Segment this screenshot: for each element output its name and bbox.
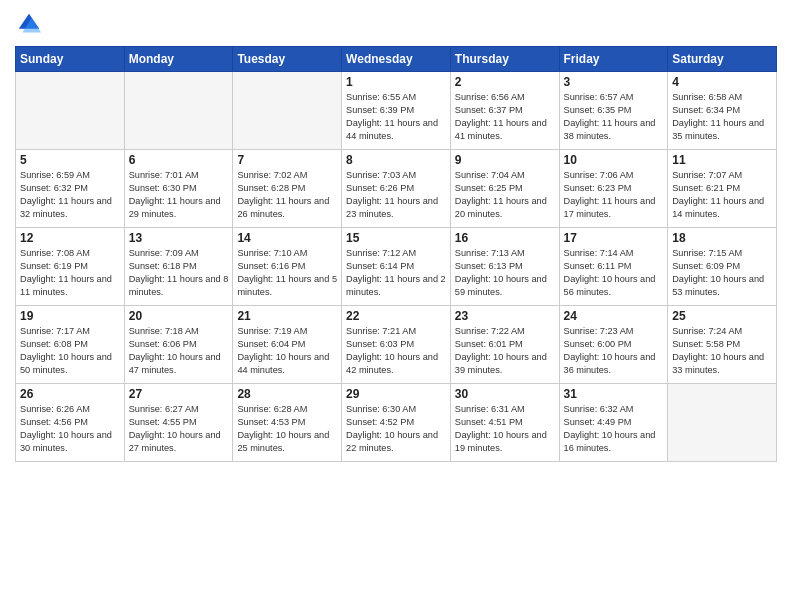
- day-number: 22: [346, 309, 446, 323]
- day-info: Sunrise: 6:56 AMSunset: 6:37 PMDaylight:…: [455, 91, 555, 143]
- day-number: 7: [237, 153, 337, 167]
- calendar-cell: [668, 384, 777, 462]
- calendar-header-friday: Friday: [559, 47, 668, 72]
- day-number: 3: [564, 75, 664, 89]
- calendar-header-tuesday: Tuesday: [233, 47, 342, 72]
- day-number: 31: [564, 387, 664, 401]
- day-number: 8: [346, 153, 446, 167]
- calendar-cell: 12Sunrise: 7:08 AMSunset: 6:19 PMDayligh…: [16, 228, 125, 306]
- day-number: 4: [672, 75, 772, 89]
- day-number: 14: [237, 231, 337, 245]
- calendar-header-monday: Monday: [124, 47, 233, 72]
- calendar-cell: 22Sunrise: 7:21 AMSunset: 6:03 PMDayligh…: [342, 306, 451, 384]
- day-info: Sunrise: 6:58 AMSunset: 6:34 PMDaylight:…: [672, 91, 772, 143]
- day-info: Sunrise: 7:22 AMSunset: 6:01 PMDaylight:…: [455, 325, 555, 377]
- calendar-cell: [16, 72, 125, 150]
- day-number: 12: [20, 231, 120, 245]
- logo: [15, 10, 47, 38]
- day-number: 27: [129, 387, 229, 401]
- calendar-cell: 15Sunrise: 7:12 AMSunset: 6:14 PMDayligh…: [342, 228, 451, 306]
- calendar-cell: 29Sunrise: 6:30 AMSunset: 4:52 PMDayligh…: [342, 384, 451, 462]
- day-number: 20: [129, 309, 229, 323]
- calendar-header-row: SundayMondayTuesdayWednesdayThursdayFrid…: [16, 47, 777, 72]
- day-info: Sunrise: 6:59 AMSunset: 6:32 PMDaylight:…: [20, 169, 120, 221]
- calendar-cell: 20Sunrise: 7:18 AMSunset: 6:06 PMDayligh…: [124, 306, 233, 384]
- day-info: Sunrise: 7:06 AMSunset: 6:23 PMDaylight:…: [564, 169, 664, 221]
- day-number: 16: [455, 231, 555, 245]
- day-info: Sunrise: 7:04 AMSunset: 6:25 PMDaylight:…: [455, 169, 555, 221]
- calendar-cell: 4Sunrise: 6:58 AMSunset: 6:34 PMDaylight…: [668, 72, 777, 150]
- calendar-cell: 7Sunrise: 7:02 AMSunset: 6:28 PMDaylight…: [233, 150, 342, 228]
- calendar-header-saturday: Saturday: [668, 47, 777, 72]
- calendar-cell: 27Sunrise: 6:27 AMSunset: 4:55 PMDayligh…: [124, 384, 233, 462]
- day-number: 25: [672, 309, 772, 323]
- day-number: 18: [672, 231, 772, 245]
- calendar-cell: 14Sunrise: 7:10 AMSunset: 6:16 PMDayligh…: [233, 228, 342, 306]
- day-info: Sunrise: 7:17 AMSunset: 6:08 PMDaylight:…: [20, 325, 120, 377]
- day-info: Sunrise: 7:21 AMSunset: 6:03 PMDaylight:…: [346, 325, 446, 377]
- calendar-week-row: 26Sunrise: 6:26 AMSunset: 4:56 PMDayligh…: [16, 384, 777, 462]
- day-info: Sunrise: 7:15 AMSunset: 6:09 PMDaylight:…: [672, 247, 772, 299]
- calendar-header-sunday: Sunday: [16, 47, 125, 72]
- calendar-cell: 6Sunrise: 7:01 AMSunset: 6:30 PMDaylight…: [124, 150, 233, 228]
- day-number: 17: [564, 231, 664, 245]
- day-info: Sunrise: 6:28 AMSunset: 4:53 PMDaylight:…: [237, 403, 337, 455]
- calendar-cell: 8Sunrise: 7:03 AMSunset: 6:26 PMDaylight…: [342, 150, 451, 228]
- day-info: Sunrise: 7:07 AMSunset: 6:21 PMDaylight:…: [672, 169, 772, 221]
- day-number: 30: [455, 387, 555, 401]
- day-number: 15: [346, 231, 446, 245]
- calendar-cell: 16Sunrise: 7:13 AMSunset: 6:13 PMDayligh…: [450, 228, 559, 306]
- day-number: 11: [672, 153, 772, 167]
- calendar-cell: 23Sunrise: 7:22 AMSunset: 6:01 PMDayligh…: [450, 306, 559, 384]
- day-info: Sunrise: 7:18 AMSunset: 6:06 PMDaylight:…: [129, 325, 229, 377]
- calendar-week-row: 1Sunrise: 6:55 AMSunset: 6:39 PMDaylight…: [16, 72, 777, 150]
- header: [15, 10, 777, 38]
- day-info: Sunrise: 6:26 AMSunset: 4:56 PMDaylight:…: [20, 403, 120, 455]
- day-info: Sunrise: 7:02 AMSunset: 6:28 PMDaylight:…: [237, 169, 337, 221]
- calendar-cell: 25Sunrise: 7:24 AMSunset: 5:58 PMDayligh…: [668, 306, 777, 384]
- calendar-cell: 3Sunrise: 6:57 AMSunset: 6:35 PMDaylight…: [559, 72, 668, 150]
- day-number: 1: [346, 75, 446, 89]
- calendar-cell: 1Sunrise: 6:55 AMSunset: 6:39 PMDaylight…: [342, 72, 451, 150]
- day-info: Sunrise: 7:14 AMSunset: 6:11 PMDaylight:…: [564, 247, 664, 299]
- day-info: Sunrise: 7:24 AMSunset: 5:58 PMDaylight:…: [672, 325, 772, 377]
- day-info: Sunrise: 7:23 AMSunset: 6:00 PMDaylight:…: [564, 325, 664, 377]
- calendar-cell: 21Sunrise: 7:19 AMSunset: 6:04 PMDayligh…: [233, 306, 342, 384]
- calendar-cell: 31Sunrise: 6:32 AMSunset: 4:49 PMDayligh…: [559, 384, 668, 462]
- day-info: Sunrise: 7:13 AMSunset: 6:13 PMDaylight:…: [455, 247, 555, 299]
- day-info: Sunrise: 6:32 AMSunset: 4:49 PMDaylight:…: [564, 403, 664, 455]
- calendar-cell: 11Sunrise: 7:07 AMSunset: 6:21 PMDayligh…: [668, 150, 777, 228]
- day-number: 26: [20, 387, 120, 401]
- day-number: 10: [564, 153, 664, 167]
- day-info: Sunrise: 7:03 AMSunset: 6:26 PMDaylight:…: [346, 169, 446, 221]
- day-number: 19: [20, 309, 120, 323]
- calendar-week-row: 5Sunrise: 6:59 AMSunset: 6:32 PMDaylight…: [16, 150, 777, 228]
- day-info: Sunrise: 7:12 AMSunset: 6:14 PMDaylight:…: [346, 247, 446, 299]
- day-info: Sunrise: 6:31 AMSunset: 4:51 PMDaylight:…: [455, 403, 555, 455]
- calendar-cell: 24Sunrise: 7:23 AMSunset: 6:00 PMDayligh…: [559, 306, 668, 384]
- calendar-cell: 17Sunrise: 7:14 AMSunset: 6:11 PMDayligh…: [559, 228, 668, 306]
- day-info: Sunrise: 7:08 AMSunset: 6:19 PMDaylight:…: [20, 247, 120, 299]
- day-number: 21: [237, 309, 337, 323]
- day-number: 5: [20, 153, 120, 167]
- calendar-cell: 18Sunrise: 7:15 AMSunset: 6:09 PMDayligh…: [668, 228, 777, 306]
- calendar-table: SundayMondayTuesdayWednesdayThursdayFrid…: [15, 46, 777, 462]
- calendar-cell: 30Sunrise: 6:31 AMSunset: 4:51 PMDayligh…: [450, 384, 559, 462]
- day-number: 9: [455, 153, 555, 167]
- calendar-cell: 28Sunrise: 6:28 AMSunset: 4:53 PMDayligh…: [233, 384, 342, 462]
- day-number: 28: [237, 387, 337, 401]
- calendar-cell: 26Sunrise: 6:26 AMSunset: 4:56 PMDayligh…: [16, 384, 125, 462]
- calendar-cell: 2Sunrise: 6:56 AMSunset: 6:37 PMDaylight…: [450, 72, 559, 150]
- calendar-week-row: 12Sunrise: 7:08 AMSunset: 6:19 PMDayligh…: [16, 228, 777, 306]
- day-info: Sunrise: 7:10 AMSunset: 6:16 PMDaylight:…: [237, 247, 337, 299]
- calendar-cell: [124, 72, 233, 150]
- day-number: 23: [455, 309, 555, 323]
- day-info: Sunrise: 6:55 AMSunset: 6:39 PMDaylight:…: [346, 91, 446, 143]
- calendar-header-wednesday: Wednesday: [342, 47, 451, 72]
- day-number: 6: [129, 153, 229, 167]
- day-number: 29: [346, 387, 446, 401]
- calendar-header-thursday: Thursday: [450, 47, 559, 72]
- day-info: Sunrise: 6:57 AMSunset: 6:35 PMDaylight:…: [564, 91, 664, 143]
- day-number: 24: [564, 309, 664, 323]
- page: SundayMondayTuesdayWednesdayThursdayFrid…: [0, 0, 792, 612]
